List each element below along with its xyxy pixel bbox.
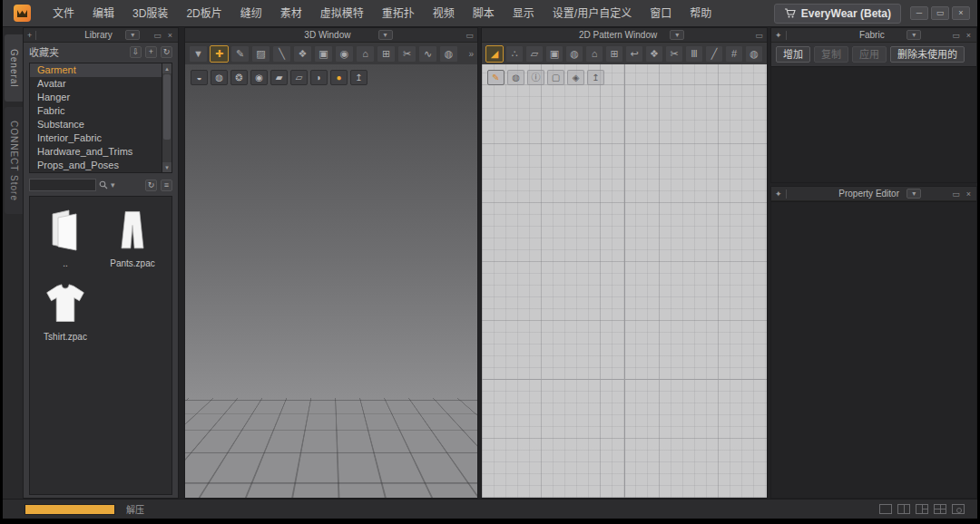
unfold-icon[interactable]: ↩	[625, 45, 643, 63]
folder-props-and-poses[interactable]: Props_and_Poses	[30, 159, 172, 172]
property-dropdown-icon[interactable]: ▾	[906, 189, 921, 199]
fabric-front-icon[interactable]: ▰	[270, 70, 288, 85]
import-favorite-icon[interactable]: ⇩	[130, 46, 142, 58]
menu-edit[interactable]: 编辑	[83, 0, 123, 27]
list-item-tshirt[interactable]: Tshirt.zpac	[32, 277, 99, 342]
scroll-up-icon[interactable]: ▴	[162, 63, 172, 73]
add-favorite-icon[interactable]: +	[145, 46, 157, 58]
white-garment-icon[interactable]: ◍	[211, 70, 228, 85]
add-fabric-button[interactable]: 增加	[776, 46, 810, 63]
scrollbar-thumb[interactable]	[163, 74, 171, 140]
transform-pattern-icon[interactable]: ◢	[485, 45, 504, 63]
fabric-back-icon[interactable]: ▱	[290, 70, 308, 85]
polygon-icon[interactable]: ▱	[525, 45, 544, 63]
surface-texture-icon[interactable]: ❂	[230, 70, 248, 85]
viewport-3d[interactable]: ◒ ◍ ❂ ◉ ▰ ▱ ◗ ● ↥	[185, 64, 477, 498]
dock-icon[interactable]: +	[24, 31, 36, 40]
fabric-pin-icon[interactable]: ✦	[771, 31, 787, 40]
pen-3d-icon[interactable]: ✎	[230, 45, 250, 63]
grid-2d-icon[interactable]: ⊞	[605, 45, 623, 63]
select-mesh-icon[interactable]: ▨	[251, 45, 270, 63]
library-close-icon[interactable]: ×	[165, 31, 175, 40]
select-move-icon[interactable]: ✚	[210, 45, 229, 63]
window-3d-float-icon[interactable]: ▭	[465, 31, 475, 40]
layout-render-icon[interactable]	[952, 504, 965, 514]
menu-avatar[interactable]: 虚拟模特	[311, 0, 373, 27]
close-icon[interactable]: ×	[952, 6, 970, 20]
scroll-down-icon[interactable]: ▾	[162, 162, 172, 172]
tab-general[interactable]: General	[5, 34, 23, 102]
list-item-pants[interactable]: Pants.zpac	[99, 204, 166, 268]
fabric-dropdown-icon[interactable]: ▾	[906, 30, 921, 40]
layout-single-icon[interactable]	[879, 504, 892, 514]
ground-up-icon[interactable]: ↥	[350, 70, 368, 85]
sewing-machine-2d-icon[interactable]: ⌂	[585, 45, 603, 63]
ground-2d-icon[interactable]: ↥	[587, 70, 604, 85]
image-icon[interactable]: ▣	[545, 45, 564, 63]
menu-3d-garment[interactable]: 3D服装	[123, 0, 177, 27]
line-icon[interactable]: ╱	[705, 45, 723, 63]
simulate-icon[interactable]: ▼	[189, 45, 208, 63]
restore-icon[interactable]: ▭	[931, 6, 949, 20]
brush-icon[interactable]: ✎	[487, 70, 505, 85]
menu-retopology[interactable]: 重拓扑	[373, 0, 424, 27]
mannequin-icon[interactable]: ◗	[310, 70, 328, 85]
folder-list-scrollbar[interactable]: ▴ ▾	[162, 63, 172, 172]
import-clip-icon[interactable]: ▣	[314, 45, 333, 63]
pleats-icon[interactable]: Ⅲ	[685, 45, 703, 63]
pin-icon[interactable]: ╲	[272, 45, 291, 63]
everywear-button[interactable]: EveryWear (Beta)	[774, 4, 901, 24]
tab-connect-store[interactable]: CONNECT Store	[5, 107, 23, 214]
lock-shirt-icon[interactable]: ◈	[567, 70, 584, 85]
shaded-garment-icon[interactable]: ◒	[191, 70, 208, 85]
search-input[interactable]	[29, 179, 96, 191]
view-mode-icon[interactable]: ≡	[161, 180, 172, 191]
refresh-favorites-icon[interactable]: ↻	[161, 46, 172, 58]
property-editor-content[interactable]	[771, 201, 976, 498]
trim-button-icon[interactable]: ◍	[439, 45, 458, 63]
scissors-2d-icon[interactable]: ✂	[665, 45, 683, 63]
menu-sewing[interactable]: 缝纫	[231, 0, 271, 27]
measure-icon[interactable]: ✂	[397, 45, 416, 63]
tshirt-toggle-icon[interactable]: ◍	[507, 70, 524, 85]
shirt-muted-icon[interactable]: ◍	[745, 45, 763, 63]
folder-hanger[interactable]: Hanger	[30, 91, 172, 104]
window-2d-dropdown-icon[interactable]: ▾	[670, 30, 684, 40]
tshirt-2d-icon[interactable]: ◍	[565, 45, 583, 63]
folder-hardware-and-trims[interactable]: Hardware_and_Trims	[30, 145, 172, 159]
menu-script[interactable]: 脚本	[464, 0, 504, 27]
menu-material[interactable]: 素材	[271, 0, 311, 27]
folder-fabric[interactable]: Fabric	[30, 104, 172, 118]
property-close-icon[interactable]: ×	[964, 189, 974, 199]
property-float-icon[interactable]: ▭	[951, 189, 961, 199]
minimize-icon[interactable]: ─	[910, 6, 928, 20]
show-avatar-icon[interactable]: ◉	[250, 70, 268, 85]
copy-fabric-button[interactable]: 复制	[814, 46, 848, 63]
toolbar-overflow-icon[interactable]: »	[468, 49, 474, 59]
fabric-float-icon[interactable]: ▭	[951, 31, 961, 40]
menu-window[interactable]: 窗口	[641, 0, 681, 27]
viewport-2d[interactable]: ✎ ◍ ⓘ ▢ ◈ ↥	[482, 64, 767, 498]
window-2d-float-icon[interactable]: ▭	[754, 31, 764, 40]
flatten-icon[interactable]: ❖	[293, 45, 312, 63]
garment-2d-icon[interactable]: ❖	[645, 45, 663, 63]
folder-garment[interactable]: Garment	[30, 63, 172, 77]
folder-substance[interactable]: Substance	[30, 118, 172, 131]
layout-quad-icon[interactable]	[934, 504, 946, 514]
folder-interior-fabric[interactable]: Interior_Fabric	[30, 131, 172, 145]
menu-settings[interactable]: 设置/用户自定义	[544, 0, 641, 27]
list-item-folder-up[interactable]: ..	[32, 204, 99, 268]
delete-unused-button[interactable]: 删除未使用的	[890, 46, 965, 63]
grid-texture-icon[interactable]: ⊞	[377, 45, 396, 63]
menu-display[interactable]: 显示	[504, 0, 544, 27]
stitch-icon[interactable]: ∿	[418, 45, 437, 63]
window-3d-dropdown-icon[interactable]: ▾	[378, 30, 393, 40]
menu-video[interactable]: 视频	[424, 0, 464, 27]
menu-2d-pattern[interactable]: 2D板片	[177, 0, 230, 27]
notch-icon[interactable]: #	[725, 45, 743, 63]
frame-icon[interactable]: ▢	[547, 70, 564, 85]
library-float-icon[interactable]: ▭	[152, 31, 162, 40]
property-pin-icon[interactable]: ✦	[771, 189, 787, 199]
avatar-tool-icon[interactable]: ◉	[335, 45, 354, 63]
layout-mixed-icon[interactable]	[916, 504, 928, 514]
